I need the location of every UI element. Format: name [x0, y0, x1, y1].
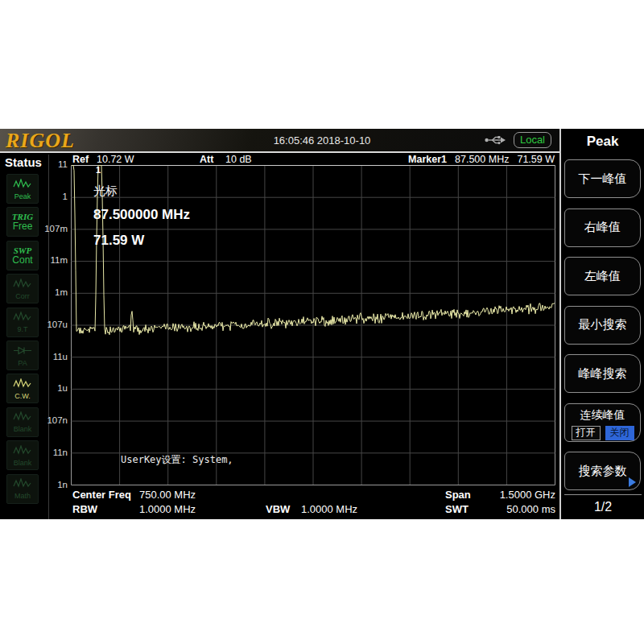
- y-tick: 1u: [57, 383, 68, 393]
- blank-status-2-label: Blank: [14, 459, 32, 467]
- marker-info-power: 71.59 W: [93, 233, 190, 249]
- peak-status: Peak: [6, 174, 39, 204]
- swt-value: 50.000 ms: [475, 503, 555, 515]
- amplifier-icon: [13, 345, 32, 359]
- menu-page-indicator[interactable]: 1/2: [564, 494, 642, 518]
- span-value: 1.5000 GHz: [475, 489, 555, 501]
- waveform-icon: [13, 278, 32, 292]
- rbw-label: RBW: [72, 503, 97, 515]
- submenu-arrow-icon: [629, 477, 636, 487]
- pa-status: PA: [6, 341, 39, 370]
- top-bar: RIGOL 16:05:46 2018-10-10 Local: [0, 129, 559, 153]
- softkey-label: 下一峰值: [579, 171, 627, 187]
- blank-status-1: Blank: [6, 407, 39, 437]
- swp-status: SWPCont: [6, 241, 39, 270]
- waveform-icon: [13, 178, 32, 192]
- waveform-icon: [13, 378, 32, 392]
- waveform-icon: [13, 311, 32, 325]
- y-tick: 11n: [53, 448, 68, 457]
- waveform-icon: [13, 477, 32, 492]
- rbw-value: 1.0000 MHz: [139, 503, 196, 515]
- rigol-logo: RIGOL: [6, 129, 75, 153]
- span-label: Span: [445, 489, 471, 501]
- userkey-message: UserKey设置: System,: [121, 453, 233, 467]
- marker-readout-freq: 87.500 MHz: [455, 154, 509, 165]
- waveform-icon: [13, 444, 32, 459]
- menu-title: Peak: [561, 134, 644, 150]
- marker-info-title: 光标: [93, 184, 190, 199]
- corr-status-label: Corr: [15, 292, 30, 300]
- softkey-min-search[interactable]: 最小搜索: [564, 306, 641, 345]
- plot-header: Ref 10.72 W Att 10 dB Marker1 87.500 MHz…: [71, 154, 555, 165]
- trace-status-label: 9.T: [17, 325, 27, 333]
- corr-status: Corr: [6, 274, 39, 303]
- softkey-continuous-peak[interactable]: 连续峰值打开关闭: [564, 403, 641, 442]
- blank-status-1-label: Blank: [14, 425, 32, 433]
- analyzer-screen: RIGOL 16:05:46 2018-10-10 Local Status P…: [0, 129, 644, 519]
- math-status: Math: [6, 474, 39, 504]
- softkey-label: 连续峰值: [580, 408, 625, 423]
- softkey-right-peak[interactable]: 右峰值: [564, 208, 641, 247]
- y-tick: 11: [58, 159, 68, 169]
- att-label: Att: [200, 154, 213, 165]
- y-tick: 11u: [53, 352, 68, 361]
- trig-status-label: Free: [13, 221, 33, 232]
- toggle-on-option[interactable]: 打开: [572, 426, 601, 440]
- softkey-label: 最小搜索: [579, 317, 627, 332]
- ref-value: 10.72 W: [97, 154, 134, 165]
- math-status-label: Math: [14, 492, 31, 500]
- toggle-row: 打开关闭: [572, 426, 634, 440]
- vbw-label: VBW: [266, 503, 290, 515]
- timestamp: 16:05:46 2018-10-10: [274, 134, 371, 147]
- y-tick: 1m: [55, 287, 68, 297]
- y-tick: 1: [63, 192, 68, 201]
- spectrum-plot: 1 光标 87.500000 MHz 71.59 W UserKey设置: Sy…: [71, 165, 555, 485]
- y-tick: 107n: [47, 415, 68, 425]
- marker-flag: 1: [96, 165, 101, 175]
- peak-softkey-menu: Peak 下一峰值右峰值左峰值最小搜索峰峰搜索连续峰值打开关闭搜索参数 1/2: [559, 129, 644, 519]
- softkey-label: 峰峰搜索: [579, 366, 627, 382]
- marker-readout-label: Marker1: [408, 154, 447, 165]
- cw-status: C.W.: [6, 374, 39, 403]
- ref-label: Ref: [72, 154, 89, 165]
- status-title: Status: [0, 155, 47, 169]
- y-tick: 11m: [50, 255, 68, 265]
- trace-status: 9.T: [6, 308, 39, 337]
- marker-info-freq: 87.500000 MHz: [93, 207, 190, 223]
- waveform-icon: [13, 411, 32, 425]
- softkey-label: 搜索参数: [579, 464, 627, 479]
- softkey-search-params[interactable]: 搜索参数: [564, 452, 641, 490]
- marker-readout-power: 71.59 W: [517, 154, 555, 165]
- softkey-next-peak[interactable]: 下一峰值: [564, 159, 641, 198]
- softkey-peak-peak-search[interactable]: 峰峰搜索: [564, 354, 641, 393]
- cw-status-label: C.W.: [14, 392, 31, 400]
- softkey-label: 左峰值: [584, 269, 621, 284]
- softkey-left-peak[interactable]: 左峰值: [564, 257, 641, 295]
- trig-status: TRIGFree: [6, 207, 39, 237]
- bottom-settings-bar: Center Freq 750.00 MHz Span 1.5000 GHz R…: [48, 486, 560, 519]
- vbw-value: 1.0000 MHz: [301, 503, 357, 515]
- peak-status-label: Peak: [14, 192, 31, 200]
- center-freq-label: Center Freq: [72, 489, 131, 501]
- y-axis-labels: 111107m11m1m107u11u1u107n11n1n: [47, 165, 69, 485]
- swp-status-abbr: SWP: [14, 246, 32, 255]
- local-badge: Local: [514, 132, 551, 148]
- swp-status-label: Cont: [12, 255, 32, 266]
- toggle-off-option[interactable]: 关闭: [605, 426, 634, 440]
- marker-info-box: 光标 87.500000 MHz 71.59 W: [93, 184, 190, 249]
- att-value: 10 dB: [225, 154, 252, 165]
- swt-label: SWT: [445, 503, 469, 515]
- usb-icon: [485, 134, 506, 146]
- pa-status-label: PA: [18, 359, 27, 367]
- y-tick: 107u: [47, 320, 68, 329]
- softkey-label: 右峰值: [584, 220, 621, 235]
- blank-status-2: Blank: [6, 440, 39, 470]
- y-tick: 107m: [44, 224, 68, 233]
- center-freq-value: 750.00 MHz: [139, 489, 196, 501]
